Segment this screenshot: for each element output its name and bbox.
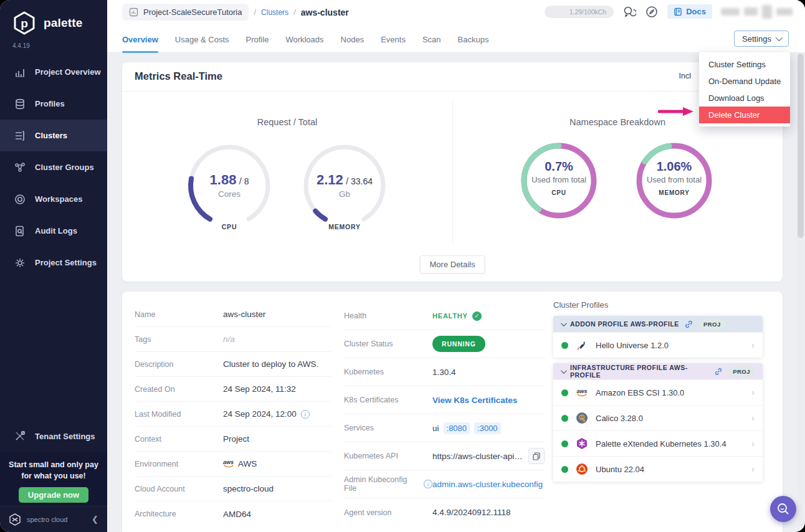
status-dot-green xyxy=(561,440,568,447)
tab-backups[interactable]: Backups xyxy=(458,26,489,53)
top-header: Project-ScaleSecureTutoria / Clusters / … xyxy=(107,0,805,53)
addon-profile-section: ADDON PROFILE AWS-PROFILE PROJ Hello Uni… xyxy=(553,316,763,358)
tab-workloads[interactable]: Workloads xyxy=(285,26,323,53)
service-name: ui xyxy=(432,424,439,433)
chat-icon[interactable] xyxy=(622,5,636,19)
cloud-account-value: spectro-cloud xyxy=(223,484,274,493)
tab-usage-costs[interactable]: Usage & Costs xyxy=(175,26,229,53)
user-account-area[interactable] xyxy=(721,5,793,19)
breadcrumb: Project-ScaleSecureTutoria / Clusters / … xyxy=(122,4,349,21)
tab-scan[interactable]: Scan xyxy=(422,26,441,53)
namespace-cpu-donut: 0.7% Used from total CPU xyxy=(520,142,598,219)
sidebar-item-label: Project Settings xyxy=(35,258,97,267)
profile-layer-amazon-ebs-csi[interactable]: aws Amazon EBS CSI 1.30.0 › xyxy=(553,379,763,405)
sidebar-item-tenant-settings[interactable]: Tenant Settings xyxy=(0,421,107,451)
sidebar-item-profiles[interactable]: Profiles xyxy=(0,88,107,120)
profile-layer-calico[interactable]: Calico 3.28.0 › xyxy=(553,405,763,430)
profile-layer-name: Calico 3.28.0 xyxy=(596,414,643,423)
check-circle-icon: ✓ xyxy=(472,311,482,321)
health-status-value: HEALTHY xyxy=(432,312,468,320)
svg-text:p: p xyxy=(21,17,28,30)
info-icon[interactable]: i xyxy=(301,410,310,419)
infrastructure-profile-header[interactable]: INFRASTRUCTURE PROFILE AWS-PROFILE PROJ xyxy=(553,363,763,379)
rocket-icon xyxy=(575,338,589,352)
link-icon xyxy=(684,320,693,329)
scrollbar-thumb[interactable] xyxy=(798,54,804,238)
breadcrumb-project-chip[interactable]: Project-ScaleSecureTutoria xyxy=(122,4,249,21)
status-dot-green xyxy=(561,415,568,422)
environment-value: AWS xyxy=(238,459,257,468)
copy-icon xyxy=(533,452,540,460)
admin-kubeconfig-link[interactable]: admin.aws-cluster.kubeconfig xyxy=(432,480,543,489)
namespace-cpu-percent: 0.7% xyxy=(520,159,598,174)
namespace-memory-donut: 1.06% Used from total MEMORY xyxy=(636,142,713,219)
profile-layer-name: Ubuntu 22.04 xyxy=(596,465,644,474)
profile-layer-ubuntu[interactable]: Ubuntu 22.04 › xyxy=(553,456,763,482)
profile-layer-palette-extended-kubernetes[interactable]: Palette eXtended Kubernetes 1.30.4 › xyxy=(553,430,763,456)
sidebar-footer: spectro cloud ❮ xyxy=(0,506,107,532)
sidebar-item-label: Clusters xyxy=(35,131,67,140)
metrics-realtime-card: Metrics Real-Time Incl Request / Total N… xyxy=(122,62,783,282)
info-icon[interactable]: i xyxy=(424,480,432,488)
sidebar-collapse-chevron[interactable]: ❮ xyxy=(92,515,98,524)
tab-events[interactable]: Events xyxy=(381,26,406,53)
profile-layer-name: Hello Universe 1.2.0 xyxy=(596,341,669,350)
settings-button-label: Settings xyxy=(742,34,771,44)
sidebar-item-project-settings[interactable]: Project Settings xyxy=(0,247,107,278)
profile-layer-hello-universe[interactable]: Hello Universe 1.2.0 › xyxy=(553,332,763,358)
page-scrollbar[interactable] xyxy=(798,54,804,527)
sidebar-item-workspaces[interactable]: Workspaces xyxy=(0,183,107,215)
addon-profile-header[interactable]: ADDON PROFILE AWS-PROFILE PROJ xyxy=(553,316,763,332)
detail-row-k8s-certificates: K8s Certificates View K8s Certificates xyxy=(344,386,545,414)
running-status-badge: RUNNING xyxy=(432,336,485,352)
menu-item-delete-cluster[interactable]: Delete Cluster xyxy=(699,107,790,123)
service-port-link-8080[interactable]: :8080 xyxy=(444,422,470,434)
docs-button[interactable]: Docs xyxy=(667,4,712,19)
copy-button[interactable] xyxy=(528,448,545,464)
upgrade-now-button[interactable]: Upgrade now xyxy=(19,487,88,503)
pxk-icon xyxy=(575,437,589,450)
cpu-unit: Cores xyxy=(186,189,273,199)
tenant-settings-label: Tenant Settings xyxy=(35,432,95,441)
palette-logo-icon: p xyxy=(11,10,37,36)
breadcrumb-clusters-link[interactable]: Clusters xyxy=(261,8,288,17)
more-details-button[interactable]: More Details xyxy=(420,255,485,273)
detail-row-environment: Environment aws AWS xyxy=(135,452,331,477)
namespace-memory-percent: 1.06% xyxy=(636,159,713,174)
settings-button[interactable]: Settings xyxy=(734,31,789,47)
menu-item-download-logs[interactable]: Download Logs xyxy=(699,90,790,107)
search-fab-button[interactable] xyxy=(770,496,796,522)
sidebar-item-audit-logs[interactable]: Audit Logs xyxy=(0,215,107,247)
docs-label: Docs xyxy=(686,7,706,16)
cluster-details-card: Name aws-cluster Tags n/a Description Cl… xyxy=(122,292,783,532)
sidebar-item-project-overview[interactable]: Project Overview xyxy=(0,56,107,88)
detail-row-services: Services ui :8080 :3000 xyxy=(344,414,545,442)
sidebar-item-cluster-groups[interactable]: Cluster Groups xyxy=(0,151,107,183)
chevron-right-icon: › xyxy=(751,387,755,397)
memory-gauge: 2.12 / 33.64 Gb MEMORY xyxy=(301,142,388,229)
help-icon[interactable] xyxy=(645,5,659,19)
chevron-right-icon: › xyxy=(751,413,755,423)
tab-profile[interactable]: Profile xyxy=(246,26,269,53)
doc-search-icon xyxy=(14,225,26,237)
sidebar: p palette 4.4.19 Project Overview Profil… xyxy=(0,0,107,532)
menu-item-on-demand-update[interactable]: On-Demand Update xyxy=(699,73,790,90)
app-version: 4.4.19 xyxy=(0,36,107,49)
detail-row-architecture: Architecture AMD64 xyxy=(135,501,331,526)
usage-quota-pill[interactable]: 1.29/100kCh xyxy=(545,6,614,18)
proj-scope-badge: PROJ xyxy=(698,319,726,330)
app-window: p palette 4.4.19 Project Overview Profil… xyxy=(0,0,805,532)
namespace-cpu-label: CPU xyxy=(520,189,598,196)
tab-overview[interactable]: Overview xyxy=(122,26,158,53)
menu-item-cluster-settings[interactable]: Cluster Settings xyxy=(699,56,790,73)
namespace-memory-caption: Used from total xyxy=(636,175,713,184)
tools-icon xyxy=(14,430,26,442)
agent-version-value: 4.4.9/20240912.1118 xyxy=(432,508,511,517)
service-port-link-3000[interactable]: :3000 xyxy=(474,422,501,434)
gear-icon xyxy=(14,257,26,269)
view-k8s-certificates-link[interactable]: View K8s Certificates xyxy=(432,396,517,405)
last-modified-value: 24 Sep 2024, 12:00 xyxy=(223,409,297,419)
sidebar-item-clusters[interactable]: Clusters xyxy=(0,120,107,151)
tab-nodes[interactable]: Nodes xyxy=(341,26,364,53)
detail-row-kubernetes: Kubernetes 1.30.4 xyxy=(344,358,545,386)
